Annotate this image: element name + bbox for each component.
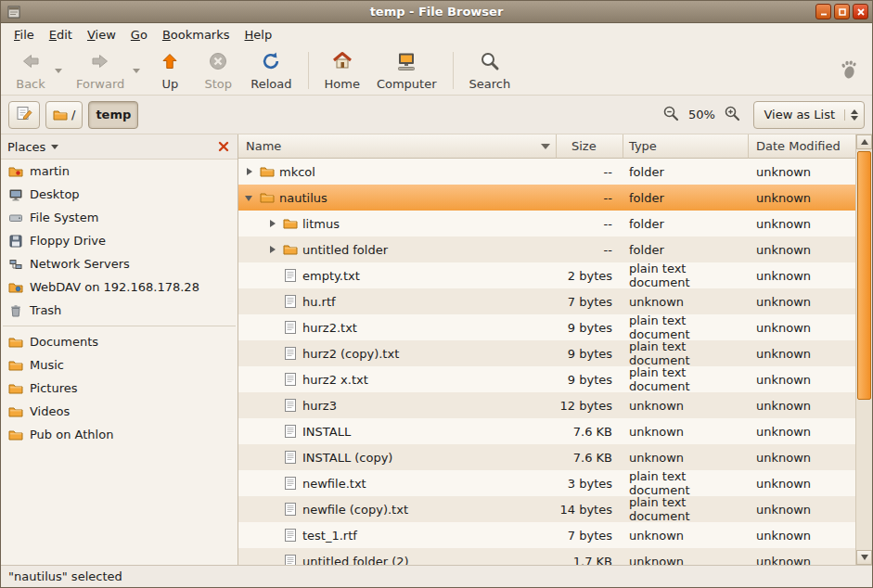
back-button[interactable]: Back [6, 47, 55, 94]
file-size: -- [557, 159, 623, 185]
zoom-out-button[interactable] [662, 105, 679, 124]
home-icon [331, 50, 353, 75]
table-row[interactable]: litmus -- folder unknown [238, 211, 855, 236]
folder-icon [283, 216, 298, 231]
up-button[interactable]: Up [146, 47, 194, 94]
back-history-dropdown[interactable] [55, 69, 62, 73]
sidebar-item-documents[interactable]: Documents [1, 330, 238, 353]
table-row[interactable]: hurz3 12 bytes unknown unknown [238, 392, 855, 418]
text-file-icon [283, 424, 298, 439]
forward-history-dropdown[interactable] [133, 69, 140, 73]
file-type: plain text document [623, 366, 749, 392]
table-row[interactable]: hu.rtf 7 bytes unknown unknown [238, 288, 855, 314]
window-icon [6, 5, 21, 19]
view-as-label: View as List [764, 108, 835, 121]
home-button[interactable]: Home [316, 47, 368, 94]
minimize-button[interactable] [815, 4, 831, 19]
sidebar-close-button[interactable] [216, 139, 231, 154]
reload-button[interactable]: Reload [242, 47, 300, 94]
table-row[interactable]: newfile (copy).txt 14 bytes plain text d… [238, 496, 855, 522]
column-header-size[interactable]: Size [557, 134, 623, 159]
column-header-date-modified[interactable]: Date Modified [749, 134, 855, 159]
sidebar-item-floppy[interactable]: Floppy Drive [1, 229, 238, 252]
sidebar-header[interactable]: Places [1, 134, 238, 160]
edit-location-button[interactable] [8, 101, 40, 129]
titlebar[interactable]: temp - File Browser [1, 1, 872, 23]
expander-icon[interactable] [267, 244, 278, 255]
zoom-in-button[interactable] [724, 105, 740, 124]
file-date: unknown [749, 236, 855, 262]
path-current-button[interactable]: temp [88, 101, 138, 129]
menu-help[interactable]: Help [238, 25, 280, 45]
table-row-selected[interactable]: nautilus -- folder unknown [238, 185, 855, 211]
expander-icon[interactable] [244, 166, 255, 177]
table-row[interactable]: mkcol -- folder unknown [238, 159, 855, 185]
forward-button[interactable]: Forward [68, 47, 133, 94]
menu-edit[interactable]: Edit [42, 25, 80, 45]
table-row[interactable]: newfile.txt 3 bytes plain text document … [238, 470, 855, 496]
table-row[interactable]: empty.txt 2 bytes plain text document un… [238, 262, 855, 288]
file-date: unknown [749, 496, 855, 522]
menu-view[interactable]: View [80, 25, 123, 45]
folder-icon [53, 108, 68, 122]
table-row[interactable]: INSTALL 7.6 KB unknown unknown [238, 418, 855, 444]
sidebar-item-network[interactable]: Network Servers [1, 252, 238, 275]
menu-bookmarks[interactable]: Bookmarks [155, 25, 238, 45]
file-name: hu.rtf [302, 295, 336, 309]
places-sidebar: Places martin Desktop File System Floppy… [1, 134, 238, 565]
file-size: 1.7 KB [557, 548, 623, 565]
stop-icon [207, 50, 229, 75]
table-row[interactable]: test_1.rtf 7 bytes unknown unknown [238, 522, 855, 548]
arrow-up-icon [861, 139, 868, 145]
table-row[interactable]: untitled folder (2) 1.7 KB unknown unkno… [238, 548, 855, 565]
sidebar-item-desktop[interactable]: Desktop [1, 183, 238, 206]
chevron-down-icon [51, 145, 58, 149]
computer-button[interactable]: Computer [368, 47, 445, 94]
file-type: unknown [623, 288, 749, 314]
table-row[interactable]: untitled folder -- folder unknown [238, 236, 855, 262]
file-date: unknown [749, 211, 855, 236]
stop-button[interactable]: Stop [194, 47, 242, 94]
sidebar-item-music[interactable]: Music [1, 353, 238, 377]
sidebar-item-trash[interactable]: Trash [1, 299, 238, 322]
sidebar-item-home[interactable]: martin [1, 160, 238, 183]
menu-go[interactable]: Go [123, 25, 155, 45]
column-header-name[interactable]: Name [238, 134, 557, 159]
file-type: plain text document [623, 262, 749, 288]
table-row[interactable]: hurz2.txt 9 bytes plain text document un… [238, 314, 855, 340]
scrollbar-thumb[interactable] [857, 151, 871, 400]
sidebar-item-webdav[interactable]: WebDAV on 192.168.178.28 [1, 275, 238, 299]
scroll-down-button[interactable] [856, 550, 872, 565]
close-button[interactable] [853, 4, 868, 19]
table-row[interactable]: hurz2 (copy).txt 9 bytes plain text docu… [238, 340, 855, 366]
path-root-button[interactable]: / [45, 101, 83, 129]
scrollbar-track[interactable] [856, 149, 872, 550]
scroll-up-button[interactable] [856, 134, 872, 149]
search-button[interactable]: Search [461, 47, 520, 94]
sidebar-item-filesystem[interactable]: File System [1, 206, 238, 229]
file-date: unknown [749, 470, 855, 496]
vertical-scrollbar[interactable] [855, 134, 872, 565]
file-name: untitled folder [302, 243, 388, 257]
file-type: plain text document [623, 470, 749, 496]
sidebar-item-videos[interactable]: Videos [1, 400, 238, 423]
folder-icon [283, 242, 298, 257]
menu-file[interactable]: File [6, 25, 42, 45]
table-row[interactable]: hurz2 x.txt 9 bytes plain text document … [238, 366, 855, 392]
column-header-type[interactable]: Type [623, 134, 749, 159]
sidebar-item-pub-on-athlon[interactable]: Pub on Athlon [1, 423, 238, 446]
file-date: unknown [749, 522, 855, 548]
file-size: -- [557, 185, 623, 211]
table-row[interactable]: INSTALL (copy) 7.6 KB unknown unknown [238, 444, 855, 470]
file-type: unknown [623, 392, 749, 418]
expander-icon[interactable] [267, 218, 278, 229]
text-file-icon [283, 372, 298, 387]
file-date: unknown [749, 185, 855, 211]
expander-icon[interactable] [244, 192, 255, 203]
sidebar-item-pictures[interactable]: Pictures [1, 377, 238, 400]
file-name: newfile (copy).txt [302, 503, 408, 517]
path-current-label: temp [96, 108, 131, 121]
file-date: unknown [749, 366, 855, 392]
maximize-button[interactable] [834, 4, 850, 19]
view-as-dropdown[interactable]: View as List [753, 101, 865, 129]
